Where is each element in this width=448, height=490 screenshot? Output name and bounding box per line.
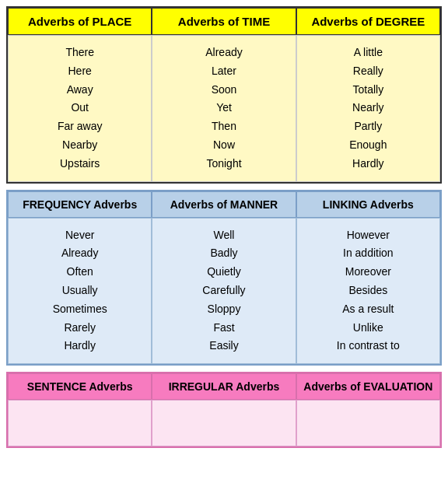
table2-header-0: FREQUENCY Adverbs [8, 191, 152, 218]
table2-col1: WellBadlyQuietlyCarefullySloppyFastEasil… [152, 218, 296, 365]
table3-col1 [152, 400, 296, 446]
table1-col2: A littleReallyTotallyNearlyPartlyEnoughH… [296, 35, 440, 182]
table2-col2: HoweverIn additionMoreoverBesidesAs a re… [296, 218, 440, 365]
table2-header-2: LINKING Adverbs [296, 191, 440, 218]
table3-header-0: SENTENCE Adverbs [8, 373, 152, 400]
table3-header-1: IRREGULAR Adverbs [152, 373, 296, 400]
table3-col0 [8, 400, 152, 446]
table2-col0: NeverAlreadyOftenUsuallySometimesRarelyH… [8, 218, 152, 365]
table3-col2 [296, 400, 440, 446]
table1: Adverbs of PLACE Adverbs of TIME Adverbs… [6, 6, 442, 184]
table1-header-1: Adverbs of TIME [152, 8, 296, 35]
table3-header-2: Adverbs of EVALUATION [296, 373, 440, 400]
table1-header-2: Adverbs of DEGREE [296, 8, 440, 35]
table1-header-0: Adverbs of PLACE [8, 8, 152, 35]
table2: FREQUENCY Adverbs Adverbs of MANNER LINK… [6, 190, 442, 366]
table1-col1: AlreadyLaterSoonYetThenNowTonight [152, 35, 296, 182]
table1-col0: ThereHereAwayOutFar awayNearbyUpstairs [8, 35, 152, 182]
table2-header-1: Adverbs of MANNER [152, 191, 296, 218]
table3: SENTENCE Adverbs IRREGULAR Adverbs Adver… [6, 372, 442, 448]
